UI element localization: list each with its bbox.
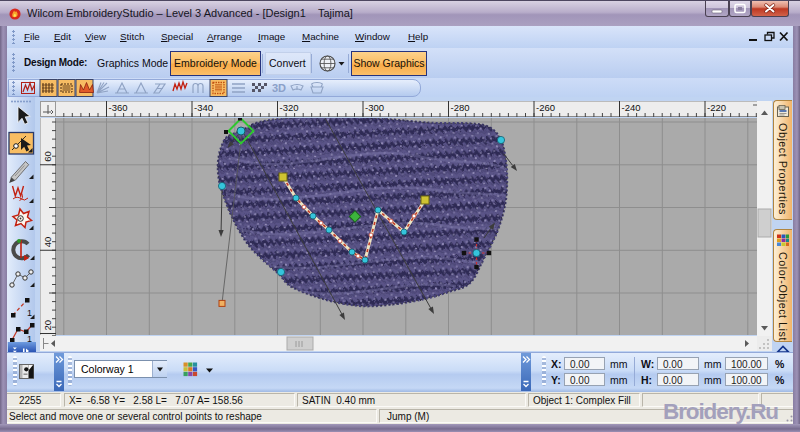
svg-text:-240: -240 (622, 102, 641, 113)
svg-text:-340: -340 (194, 102, 213, 113)
svg-text:1: 1 (27, 308, 32, 318)
svg-text:40: 40 (42, 237, 53, 248)
svg-text:60: 60 (42, 151, 53, 162)
svg-text:1: 1 (27, 334, 32, 342)
svg-text:20: 20 (42, 320, 53, 331)
svg-text:-260: -260 (536, 102, 555, 113)
svg-text:-360: -360 (109, 102, 128, 113)
svg-text:-320: -320 (280, 102, 299, 113)
svg-text:3D: 3D (272, 82, 286, 94)
svg-text:-280: -280 (451, 102, 470, 113)
svg-text:-300: -300 (365, 102, 384, 113)
svg-text:-220: -220 (707, 102, 726, 113)
